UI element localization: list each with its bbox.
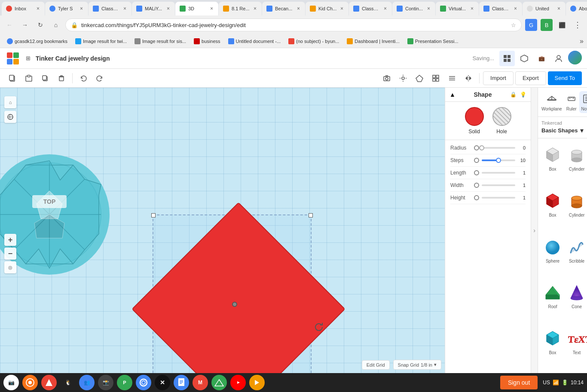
briefcase-button[interactable]: 💼	[534, 51, 549, 66]
shape-cylinder-orange[interactable]: Cylinder	[566, 188, 587, 232]
tab-3d[interactable]: 3D ×	[175, 2, 218, 15]
bookmark-twitter[interactable]: Image result for twi...	[72, 36, 130, 46]
mirror-button[interactable]	[461, 71, 476, 86]
tab-about[interactable]: About ×	[566, 2, 587, 15]
qr-icon[interactable]: ⬛	[556, 19, 568, 31]
bookmark-bb[interactable]: business	[190, 36, 223, 46]
tab-maliy-close[interactable]: ×	[166, 5, 171, 12]
chrome-extension-2[interactable]: B	[541, 19, 553, 31]
tab-united-close[interactable]: ×	[556, 5, 561, 12]
radius-dot[interactable]	[474, 145, 479, 150]
radius-thumb[interactable]	[479, 145, 484, 150]
back-button[interactable]: ←	[3, 19, 15, 31]
viewport[interactable]: TOP	[0, 88, 445, 373]
length-dot[interactable]	[474, 170, 479, 175]
rotate-handle[interactable]	[314, 322, 324, 334]
taskbar-gmail-app[interactable]: M	[193, 375, 208, 390]
undo-button[interactable]	[76, 71, 91, 86]
taskbar-chrome-app[interactable]	[136, 375, 151, 390]
group-button[interactable]	[428, 71, 443, 86]
lightbulb-icon[interactable]: 💡	[520, 92, 526, 98]
tab-gmail-close[interactable]: ×	[36, 5, 40, 12]
move-handle[interactable]	[232, 302, 237, 307]
tab-classwork1[interactable]: Classw... ×	[89, 2, 131, 15]
sign-out-button[interactable]: Sign out	[500, 376, 538, 389]
red-diamond[interactable]	[131, 202, 346, 373]
shape-box-teal[interactable]: Box	[541, 325, 564, 370]
tab-tyler-close[interactable]: ×	[79, 5, 84, 12]
taskbar-drive-app[interactable]	[211, 375, 227, 390]
tab-classwork2-close[interactable]: ×	[383, 5, 388, 12]
tinkercad-logo[interactable]	[5, 51, 21, 66]
tab-classwork3[interactable]: Classw... ×	[479, 2, 522, 15]
shape-scribble[interactable]: Scribble	[566, 234, 587, 278]
orbit-button[interactable]	[4, 111, 16, 123]
zoom-in-button[interactable]: +	[4, 234, 16, 246]
camera-button[interactable]	[379, 71, 394, 86]
snap-grid-dropdown[interactable]: ▾	[434, 362, 437, 368]
grid-icon[interactable]: ⊞	[26, 55, 31, 61]
taskbar-camera-app[interactable]: 📷	[3, 375, 19, 390]
tab-contin-close[interactable]: ×	[426, 5, 431, 12]
taskbar-people-app[interactable]: 👥	[79, 375, 95, 390]
taskbar-youtube-app[interactable]	[230, 375, 246, 390]
shape-sphere-blue[interactable]: Sphere	[541, 234, 564, 278]
bookmark-gmail[interactable]: (no subject) - byun...	[285, 36, 342, 46]
bookmark-dashboard[interactable]: Dashboard | Inventi...	[343, 36, 403, 46]
home-button[interactable]: ⌂	[50, 19, 62, 31]
duplicate-button[interactable]	[38, 71, 52, 86]
tab-classwork3-close[interactable]: ×	[513, 5, 518, 12]
taskbar-camera2-app[interactable]: 📸	[98, 375, 113, 390]
hole-option[interactable]: Hole	[492, 107, 511, 135]
shape-roof[interactable]: Roof	[541, 279, 564, 324]
taskbar-x-app[interactable]: ✕	[155, 375, 170, 390]
import-button[interactable]: Import	[483, 71, 514, 85]
send-to-button[interactable]: Send To	[548, 71, 582, 85]
taskbar-unknown-app[interactable]	[41, 375, 57, 390]
height-dot[interactable]	[474, 195, 479, 200]
tab-virtual-close[interactable]: ×	[470, 5, 474, 12]
tab-becan-close[interactable]: ×	[296, 5, 301, 12]
address-bar[interactable]: 🔒 tinkercad.com/things/fYJ5pURM3kG-tinke…	[65, 18, 522, 31]
tab-united[interactable]: United ×	[523, 2, 566, 15]
chrome-extension-1[interactable]: G	[525, 19, 537, 31]
notes-tab[interactable]: Notes	[579, 91, 587, 113]
shape-cylinder-gray[interactable]: Cylinder	[566, 142, 587, 186]
bookmarks-more[interactable]: »	[580, 37, 584, 45]
bookmark-presentation[interactable]: Presentation Sessi...	[404, 36, 462, 46]
taskbar-play-app[interactable]	[249, 375, 265, 390]
tab-becan[interactable]: Becan... ×	[262, 2, 305, 15]
tab-kidch[interactable]: Kid Ch... ×	[306, 2, 349, 15]
tab-gmail[interactable]: Inbox ×	[2, 2, 45, 15]
tab-classwork1-close[interactable]: ×	[122, 5, 127, 12]
user-avatar[interactable]	[568, 51, 582, 64]
steps-thumb[interactable]	[496, 158, 501, 163]
width-slider[interactable]	[482, 184, 515, 186]
taskbar-pearson-app[interactable]: P	[117, 375, 132, 390]
collapse-arrow[interactable]: ▲	[449, 91, 456, 98]
copy-button[interactable]	[5, 71, 20, 86]
forward-button[interactable]: →	[19, 19, 31, 31]
3d-view-button[interactable]	[517, 51, 532, 66]
bookmark-sis[interactable]: Image result for sis...	[131, 36, 190, 46]
taskbar-chromebook-app[interactable]	[22, 375, 38, 390]
ruler-tab[interactable]: Ruler	[564, 91, 579, 113]
align-button[interactable]	[445, 71, 459, 86]
shape-box-gray[interactable]: Box	[541, 142, 564, 186]
delete-button[interactable]	[54, 71, 69, 86]
taskbar-docs-app[interactable]	[174, 375, 189, 390]
solid-option[interactable]: Solid	[465, 107, 484, 135]
shape-cone[interactable]: Cone	[566, 279, 587, 324]
redo-button[interactable]	[92, 71, 107, 86]
tab-classwork2[interactable]: Classw... ×	[349, 2, 392, 15]
height-slider[interactable]	[482, 197, 515, 199]
steps-slider[interactable]	[482, 159, 515, 161]
tab-virtual[interactable]: Virtual... ×	[436, 2, 479, 15]
export-button[interactable]: Export	[515, 71, 546, 85]
home-view-button[interactable]: ⌂	[4, 96, 16, 108]
profile-button[interactable]	[551, 51, 566, 66]
width-dot[interactable]	[474, 183, 479, 188]
bookmark-doc[interactable]: Untitled document -...	[225, 36, 284, 46]
paste-button[interactable]	[21, 71, 36, 86]
shape-box-red[interactable]: Box	[541, 188, 564, 232]
